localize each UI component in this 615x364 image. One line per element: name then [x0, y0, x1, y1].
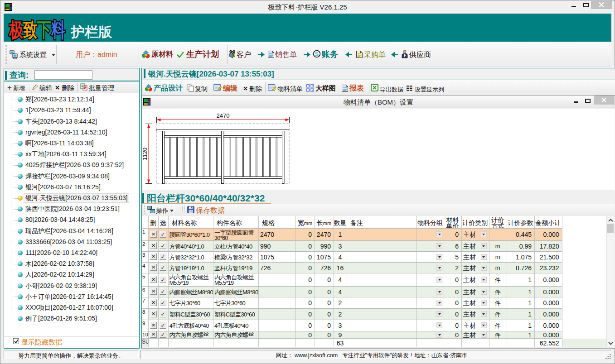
svg-text:1120: 1120: [142, 148, 148, 160]
svg-text:极致下料: 极致下料: [9, 19, 65, 41]
svg-text:S: S: [315, 51, 319, 57]
svg-text:2470: 2470: [217, 112, 230, 119]
